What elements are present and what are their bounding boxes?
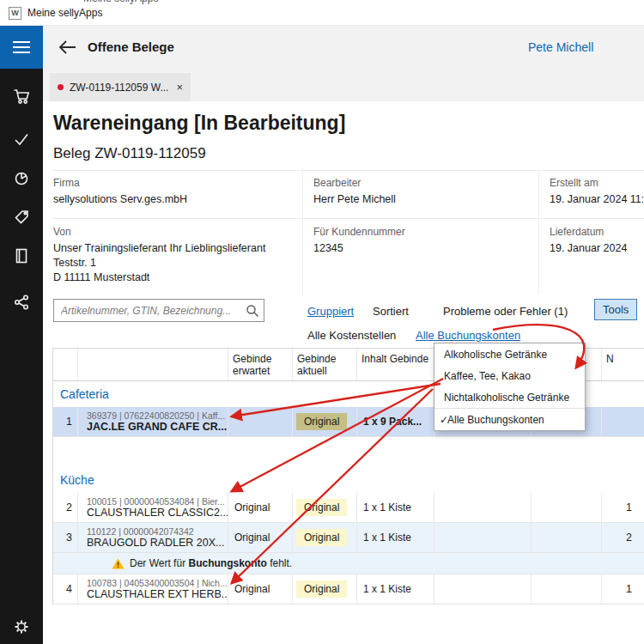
page-header-title: Offene Belege <box>88 39 174 54</box>
column-gebinde-erwartet: Gebinde erwartet <box>228 349 292 380</box>
sidebar-item-labels[interactable] <box>13 209 30 226</box>
article-code: 369379 | 07622400820250 | Kaff... <box>87 410 228 421</box>
article-name: CLAUSTHALER EXT HERB... <box>87 588 228 600</box>
cart-icon <box>13 88 30 105</box>
gear-icon <box>13 618 30 635</box>
field-value-von-1: Unser Trainingslieferant Ihr Lieblingsli… <box>53 242 265 254</box>
article-name: JAC.LE GRAND CAFE CR... <box>87 421 228 433</box>
unsaved-dot-icon <box>58 84 64 90</box>
tab-close-icon[interactable]: × <box>176 81 183 94</box>
page-header: Offene Belege Pete Michell <box>43 26 644 69</box>
share-network-icon <box>13 294 30 311</box>
article-code: 110122 | 00000042074342 <box>87 526 228 537</box>
back-button[interactable] <box>57 39 77 56</box>
divider <box>53 170 644 171</box>
document-subtitle: Beleg ZW-0119-112059 <box>53 145 206 162</box>
column-clipped: N <box>601 349 644 380</box>
sidebar-item-journal[interactable] <box>13 247 30 264</box>
tools-button[interactable]: Tools <box>594 299 637 320</box>
hamburger-icon <box>13 39 30 56</box>
sorted-link[interactable]: Sortiert <box>373 305 409 318</box>
field-value-lieferdatum: 19. Januar 2024 <box>550 242 627 254</box>
column-inhalt-gebinde: Inhalt Gebinde <box>356 349 434 380</box>
sidebar-item-cart[interactable] <box>13 88 30 105</box>
book-icon <box>13 247 30 264</box>
document-tab[interactable]: ZW-0119-112059 W... × <box>50 73 191 101</box>
window-title: Meine sellyApps <box>27 7 102 19</box>
pie-chart-icon <box>13 169 30 186</box>
sidebar-item-share[interactable] <box>13 294 30 311</box>
search-icon <box>246 304 259 318</box>
document-title: Wareneingang [In Bearbeitung] <box>53 112 345 135</box>
field-value-erstellt: 19. Januar 2024 11:20 <box>550 193 644 205</box>
booking-accounts-link[interactable]: Alle Buchungskonten <box>416 329 520 342</box>
field-value-bearbeiter: Herr Pete Michell <box>313 193 396 205</box>
field-label-von: Von <box>53 226 71 238</box>
user-link[interactable]: Pete Michell <box>528 40 593 54</box>
sidebar-item-tasks[interactable] <box>13 131 30 148</box>
back-arrow-icon <box>57 39 77 56</box>
group-spacer <box>53 437 644 467</box>
warning-text: Der Wert für Buchungskonto fehlt. <box>130 557 292 569</box>
column-gebinde-aktuell: Gebinde aktuell <box>292 349 356 380</box>
article-code: 100015 | 00000040534084 | Bier... <box>87 496 228 507</box>
article-name: CLAUSTHALER CLASSIC2... <box>87 507 228 519</box>
field-label-lieferdatum: Lieferdatum <box>550 226 604 238</box>
warning-icon <box>112 558 125 569</box>
group-header-kueche: Küche <box>53 467 644 493</box>
row-warning: Der Wert für Buchungskonto fehlt. <box>53 553 644 574</box>
sidebar <box>0 26 43 644</box>
booking-accounts-dropdown: Alkoholische Getränke Kaffee, Tee, Kakao… <box>434 343 586 431</box>
dropdown-item-nichtalkoholische[interactable]: Nichtalkoholische Getränke <box>434 386 585 408</box>
article-search <box>53 299 264 322</box>
tab-strip: ZW-0119-112059 W... × <box>43 69 644 101</box>
check-icon <box>13 131 30 148</box>
divider <box>538 170 539 295</box>
field-label-kundennummer: Für Kundennummer <box>313 226 405 238</box>
divider <box>53 218 644 219</box>
dropdown-item-kaffee[interactable]: Kaffee, Tee, Kakao <box>434 365 585 386</box>
checkmark-icon: ✓ <box>434 414 447 426</box>
field-value-von-3: D 11111 Musterstadt <box>53 271 149 283</box>
gebinde-badge: Original <box>296 529 347 546</box>
grouped-link[interactable]: Gruppiert <box>307 305 354 318</box>
search-input[interactable] <box>54 300 264 321</box>
tab-label: ZW-0119-112059 W... <box>70 82 171 94</box>
article-code: 100783 | 04053400003504 | Nich... <box>87 578 228 588</box>
window-titlebar: Meine sellyApps W Meine sellyApps <box>0 0 644 26</box>
field-value-kundennummer: 12345 <box>313 242 343 254</box>
table-row-2[interactable]: 2 100015 | 00000040534084 | Bier... CLAU… <box>53 493 644 523</box>
sidebar-item-reports[interactable] <box>13 169 30 186</box>
article-name: BRAUGOLD RADLER 20X... <box>87 537 228 549</box>
table-row-4[interactable]: 4 100783 | 04053400003504 | Nich... CLAU… <box>53 574 644 605</box>
settings-button[interactable] <box>13 618 30 635</box>
field-label-bearbeiter: Bearbeiter <box>313 177 361 189</box>
dropdown-item-alle[interactable]: ✓ Alle Buchungskonten <box>434 408 585 430</box>
cost-centers-link[interactable]: Alle Kostenstellen <box>307 329 396 342</box>
field-value-von-2: Teststr. 1 <box>53 257 96 269</box>
cropped-background-title: Meine sellyApps <box>83 0 158 4</box>
hamburger-menu-button[interactable] <box>0 26 43 69</box>
gebinde-badge: Original <box>296 580 347 598</box>
field-label-firma: Firma <box>53 177 80 189</box>
gebinde-badge: Original <box>296 499 347 516</box>
app-icon: W <box>9 7 21 20</box>
dropdown-item-alkoholische[interactable]: Alkoholische Getränke <box>434 343 585 365</box>
divider <box>302 170 303 295</box>
gebinde-badge: Original <box>296 413 347 430</box>
problems-link[interactable]: Probleme oder Fehler (1) <box>443 305 568 318</box>
field-label-erstellt: Erstellt am <box>550 177 598 189</box>
tag-icon <box>13 209 30 226</box>
field-value-firma: sellysolutions Serv.ges.mbH <box>53 193 187 205</box>
table-row-3[interactable]: 3 110122 | 00000042074342 BRAUGOLD RADLE… <box>53 523 644 553</box>
